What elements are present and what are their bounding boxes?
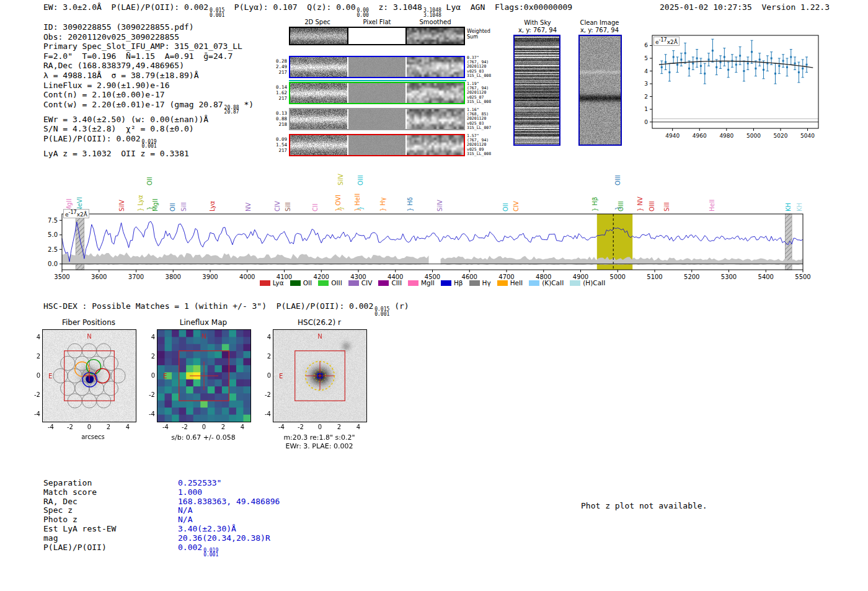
- text-segment: Primary Spec_Slot_IFU_AMP: 315_021_073_L…: [43, 42, 242, 51]
- spec2d-col-title: Smoothed: [407, 19, 464, 25]
- legend-label: (K)CaII: [542, 279, 564, 287]
- stacked-fraction: 3.10483.1048: [423, 8, 441, 17]
- text-segment: P(LAE)/P(OII): 0.002: [43, 134, 141, 143]
- axis-tick-label-x: -4: [46, 424, 56, 430]
- axis-tick-label-y: -4: [30, 411, 40, 417]
- spec2d-row-info: 0.37" (767, 94) 20201120 v025_03 315_LL_…: [467, 56, 491, 78]
- fiber-circle: [104, 381, 118, 396]
- text-segment: N/A: [178, 515, 192, 524]
- pixelflat-image: [348, 135, 405, 155]
- stacked-fraction: 0.0150.001: [210, 8, 224, 17]
- clean-title: Clean Image: [565, 19, 634, 26]
- match-table-value: 20.36(20.34,20.38)R: [178, 533, 270, 543]
- detection-info-block: ID: 3090228855 (3090228855.pdf)Obs: 2020…: [43, 22, 254, 159]
- axis-tick-label-x: -4: [277, 424, 286, 430]
- noise-band: [62, 252, 429, 265]
- emission-line-label: CIV: [274, 201, 281, 211]
- legend-item: HeII: [497, 279, 523, 287]
- data-point: [771, 57, 773, 59]
- stacked-fraction: 20.8820.87: [224, 105, 239, 115]
- data-point: [708, 59, 710, 61]
- spec2d-row-info: 1.19" (767, 94) 20201120 v025_07 315_LL_…: [467, 82, 491, 104]
- emission-line-label: } Hδ: [407, 197, 414, 211]
- header-timestamp: 2025-01-02 10:27:35 Version 1.22.3: [660, 2, 830, 12]
- match-table-value: N/A: [178, 515, 192, 524]
- data-point: [692, 63, 694, 64]
- data-point: [763, 69, 764, 71]
- full-spectrum-plot: 3500360037003800390040004100420043004400…: [0, 166, 868, 296]
- spec2d-image: [290, 135, 347, 155]
- fiber-positions-cutout: NE-4-4-2-2002244: [42, 329, 136, 422]
- hsc-overlay: NE: [273, 330, 366, 422]
- withsky-coords: x, y: 767, 94: [503, 27, 572, 33]
- report-datetime: 2025-01-02 10:27:35: [660, 2, 752, 12]
- emission-line-label: OIII: [614, 175, 621, 185]
- text-segment: x2Å: [667, 39, 678, 45]
- axis-tick-label-x: 4: [353, 424, 363, 430]
- emission-line-label: SiII: [180, 202, 187, 211]
- match-table-row: Photo zN/A: [43, 515, 280, 525]
- smoothed-image: [407, 109, 464, 129]
- match-table-label: RA, Dec: [43, 497, 178, 507]
- emission-line-label: OIII: [357, 175, 364, 185]
- legend-item: (H)CaII: [570, 279, 605, 287]
- x-tick-label: 4980: [719, 133, 733, 139]
- legend-item: MgII: [408, 279, 435, 287]
- text-segment: ID: 3090228855 (3090228855.pdf): [43, 22, 194, 32]
- smoothed-image: [407, 83, 464, 103]
- elixer-report: EW: 3.0±2.0Å P(LAE)/P(OII): 0.0020.0150.…: [0, 0, 868, 591]
- fraction-bottom: 0.001: [142, 144, 157, 149]
- spec2d-row: [289, 82, 465, 104]
- info-line: Obs: 20201120v025_3090228855: [43, 32, 254, 42]
- y-tick-label: 0: [644, 119, 648, 125]
- text-segment: 0.252533": [178, 478, 221, 487]
- emission-line-label: SiIV: [436, 200, 443, 211]
- axis-tick-label-y: 2: [30, 353, 40, 360]
- weighted-pixelflat-cell: [347, 28, 407, 44]
- data-point: [665, 61, 666, 63]
- compass-east: E: [163, 373, 167, 380]
- legend-label: OIII: [331, 279, 342, 287]
- match-table-row: Match score1.000: [43, 488, 280, 497]
- emission-line-label: NV: [245, 203, 252, 211]
- text-segment: Cont(w) = 2.20(±0.01)e-17 (gmag 20.87: [43, 100, 223, 109]
- header-summary: EW: 3.0±2.0Å P(LAE)/P(OII): 0.0020.0150.…: [43, 2, 572, 17]
- info-line: LineFlux = 2.90(±1.90)e-16: [43, 81, 254, 91]
- legend-label: Hβ: [454, 279, 463, 287]
- text-segment: λ = 4988.18Å σ = 38.79(±18.89)Å: [43, 71, 198, 80]
- text-segment: Lyα AGN Flags:0x00000009: [441, 2, 572, 12]
- hsc-caption-1: m:20.3 re:1.8" s:0.2": [248, 433, 391, 442]
- lineflux-map-title: Lineflux Map: [151, 318, 256, 327]
- legend-item: CIII: [378, 279, 402, 287]
- stacked-fraction: 0.0190.001: [203, 548, 218, 558]
- spec2d-row: [289, 56, 465, 78]
- teal-divider: [289, 80, 466, 81]
- withsky-title: With Sky: [503, 19, 572, 26]
- axis-tick-label-x: 0: [315, 424, 325, 430]
- text-segment: 0.002: [178, 543, 202, 552]
- emission-line-label: } NV: [637, 197, 644, 211]
- x-tick-label: 4940: [665, 133, 680, 139]
- stacked-fraction: 0.000.00: [357, 8, 369, 17]
- superscript: -17: [69, 210, 77, 215]
- hscdex-match-line: HSC-DEX : Possible Matches = 1 (within +…: [43, 301, 409, 316]
- x-tick-label: 5000: [746, 133, 761, 139]
- text-segment: z: 3.1048: [369, 2, 422, 12]
- legend-label: CIII: [391, 279, 402, 287]
- emission-line-label: OIII: [618, 201, 624, 211]
- fraction-bottom: 20.87: [224, 110, 239, 115]
- weighted-sum-strip: [289, 27, 465, 45]
- legend-swatch: [469, 280, 480, 286]
- match-table-row: P(LAE)/P(OII)0.0020.0190.001: [43, 543, 280, 558]
- info-line: Cont(n) = 2.10(±0.00)e-17: [43, 90, 254, 100]
- axis-tick-label-y: 2: [260, 353, 271, 360]
- text-segment: S/N = 4.3(±2.8) χ² = 0.8(±0.0): [43, 124, 194, 133]
- y-tick-label: 2.5: [48, 246, 58, 253]
- data-point: [782, 60, 784, 62]
- legend-label: Hγ: [482, 279, 491, 287]
- info-line: LyA z = 3.1032 OII z = 0.3381: [43, 149, 254, 159]
- match-table-value: 0.0020.0190.001: [178, 543, 218, 552]
- emission-line-label: SiII: [663, 202, 670, 211]
- withsky-image: [513, 35, 560, 146]
- axis-tick-label-x: 4: [237, 424, 247, 430]
